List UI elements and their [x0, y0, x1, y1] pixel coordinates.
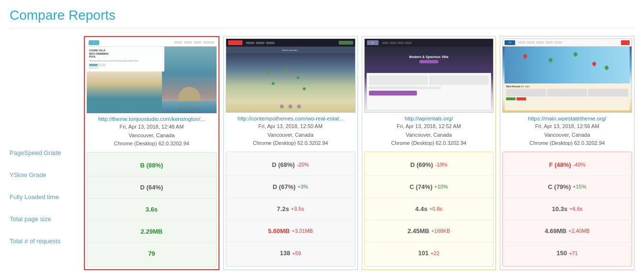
metric-size-1: 2.29MB — [87, 221, 216, 243]
report-url-4[interactable]: https://main.wpestatetheme.org/ — [502, 116, 632, 121]
labels-column: PageSpeed Grade YSlow Grade Fully Loaded… — [10, 36, 84, 270]
label-pagespeed: PageSpeed Grade — [10, 142, 84, 164]
metric-size-4: 4.69MB +2.40MB — [503, 220, 632, 242]
report-meta-3: Fri, Apr 13, 2018, 12:52 AM Vancouver, C… — [364, 122, 494, 148]
metrics-box-2: D (68%) -20% D (67%) +3% 7.2s +3.5s 5.60… — [226, 152, 356, 267]
report-url-1[interactable]: http://theme.tonjoostudio.com/kensington… — [87, 116, 217, 122]
report-col-2[interactable]: Search properties... — [223, 36, 358, 270]
report-thumbnail-2: Search properties... — [226, 38, 356, 113]
report-col-1[interactable]: ≈ GOURD VILLAWITH SWIMMINGPOOL — [84, 36, 219, 270]
page-title: Compare Reports — [10, 8, 634, 28]
metrics-box-4: F (48%) -40% C (79%) +15% 10.3s +6.6s 4.… — [502, 152, 632, 267]
report-meta-2: Fri, Apr 13, 2018, 12:50 AM Vancouver, C… — [226, 122, 356, 148]
metric-yslow-2: D (67%) +3% — [226, 176, 355, 198]
metric-loaded-2: 7.2s +3.5s — [226, 198, 355, 220]
report-url-3[interactable]: http://wprentals.org/ — [364, 116, 494, 121]
thumb-1: ≈ GOURD VILLAWITH SWIMMINGPOOL — [87, 39, 217, 113]
label-loaded: Fully Loaded time — [10, 186, 84, 208]
metric-requests-2: 138 +59 — [226, 242, 355, 264]
metric-requests-3: 101 +22 — [365, 242, 494, 264]
metric-loaded-3: 4.4s +0.8s — [365, 198, 494, 220]
metric-loaded-4: 10.3s +6.6s — [503, 198, 632, 220]
thumb-4: ES — [503, 39, 632, 112]
label-yslow: YSlow Grade — [10, 164, 84, 186]
compare-table: PageSpeed Grade YSlow Grade Fully Loaded… — [10, 36, 634, 270]
report-url-2[interactable]: http://contempothemes.com/wo-real-estat.… — [226, 116, 356, 121]
metric-requests-4: 150 +71 — [503, 242, 632, 264]
report-col-3[interactable]: W Modern & Spacious Villa — [362, 36, 496, 270]
label-requests: Total # of requests — [10, 230, 84, 252]
metric-yslow-4: C (79%) +15% — [503, 176, 632, 198]
report-col-4[interactable]: ES — [500, 36, 634, 270]
metric-yslow-1: D (64%) — [87, 177, 216, 199]
metrics-box-1: B (88%) D (64%) 3.6s 2.29MB 79 — [87, 152, 217, 267]
page-container: Compare Reports PageSpeed Grade YSlow Gr… — [0, 0, 644, 272]
metric-yslow-3: C (74%) +10% — [365, 176, 494, 198]
label-size: Total page size — [10, 208, 84, 230]
metric-pagespeed-4: F (48%) -40% — [503, 154, 632, 176]
metric-pagespeed-3: D (69%) -19% — [365, 154, 494, 176]
thumb-2: Search properties... — [226, 39, 355, 112]
report-thumbnail-3: W Modern & Spacious Villa — [364, 38, 494, 113]
thumb-3: W Modern & Spacious Villa — [365, 39, 494, 112]
metric-pagespeed-1: B (88%) — [87, 154, 216, 177]
report-thumbnail-1: ≈ GOURD VILLAWITH SWIMMINGPOOL — [87, 39, 217, 113]
metric-requests-1: 79 — [87, 243, 216, 265]
report-thumbnail-4: ES — [502, 38, 632, 113]
metric-size-3: 2.45MB +168KB — [365, 220, 494, 242]
metrics-box-3: D (69%) -19% C (74%) +10% 4.4s +0.8s 2.4… — [364, 152, 494, 267]
metric-loaded-1: 3.6s — [87, 199, 216, 221]
metric-size-2: 5.60MB +3.31MB — [226, 220, 355, 242]
reports-columns: ≈ GOURD VILLAWITH SWIMMINGPOOL — [84, 36, 634, 270]
report-meta-4: Fri, Apr 13, 2018, 12:56 AM Vancouver, C… — [502, 122, 632, 148]
report-meta-1: Fri, Apr 13, 2018, 12:48 AM Vancouver, C… — [87, 123, 217, 148]
metric-pagespeed-2: D (68%) -20% — [226, 154, 355, 176]
